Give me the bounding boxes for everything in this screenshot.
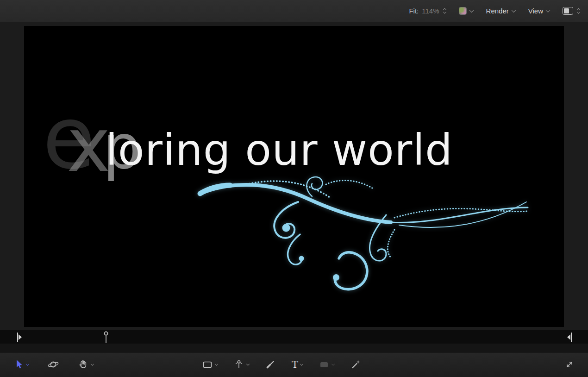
zoom-stepper-icon[interactable] [444,8,446,14]
layout-icon [563,7,573,15]
hand-icon [78,359,89,370]
playhead[interactable] [103,331,109,343]
chevron-down-icon[interactable] [26,362,29,365]
play-range-in-marker[interactable] [17,332,23,343]
color-channels-icon [459,7,467,15]
chevron-down-icon[interactable] [300,362,303,365]
fit-label: Fit: [409,7,419,15]
zoom-value: 114% [422,7,439,15]
tool-pan[interactable] [77,357,94,372]
expand-canvas-button[interactable] [563,357,576,372]
zoom-control[interactable]: Fit: 114% [409,7,445,15]
canvas-toolbar: Fit: 114% Render View [0,0,588,22]
tool-text[interactable]: T [291,358,304,371]
tool-select-transform[interactable] [13,357,30,372]
expand-arrows-icon [564,359,575,370]
play-range-out-marker[interactable] [566,332,572,343]
chevron-down-icon[interactable] [246,362,250,365]
chevron-down-icon [546,8,550,13]
tool-bezier[interactable] [232,357,250,372]
canvas-area: e x p loring our world [0,22,588,330]
tool-3d-transform[interactable] [46,357,60,372]
channel-display-dropdown[interactable] [459,7,473,15]
chevron-down-icon [469,8,474,13]
orbit-sphere-icon [47,359,59,370]
render-menu-label: Render [486,7,509,15]
text-tool-icon: T [292,360,298,370]
tool-rectangle[interactable] [201,357,219,372]
cursor-arrow-icon [14,359,24,370]
timeline-spacer [0,344,588,352]
render-menu[interactable]: Render [486,7,515,15]
bezier-point-icon [233,359,244,370]
view-menu[interactable]: View [528,7,550,15]
chevron-down-icon [511,8,516,13]
canvas[interactable]: e x p loring our world [24,26,564,327]
tool-adjust-item[interactable] [349,357,362,372]
chevron-down-icon[interactable] [215,362,218,365]
flourish-graphic [177,156,529,295]
wand-sparkle-icon [350,359,361,370]
paint-stroke-icon [265,359,276,370]
rectangle-icon [202,359,213,370]
window-layout-control[interactable] [563,7,580,15]
chevron-down-icon [332,362,335,365]
layout-stepper-icon[interactable] [577,8,580,14]
tool-bar: T [0,352,588,377]
chevron-down-icon[interactable] [91,362,94,365]
tool-paint-stroke[interactable] [264,357,277,372]
tool-mask[interactable] [318,357,335,372]
mask-icon [319,359,330,370]
view-menu-label: View [528,7,543,15]
mini-timeline[interactable] [0,330,588,344]
